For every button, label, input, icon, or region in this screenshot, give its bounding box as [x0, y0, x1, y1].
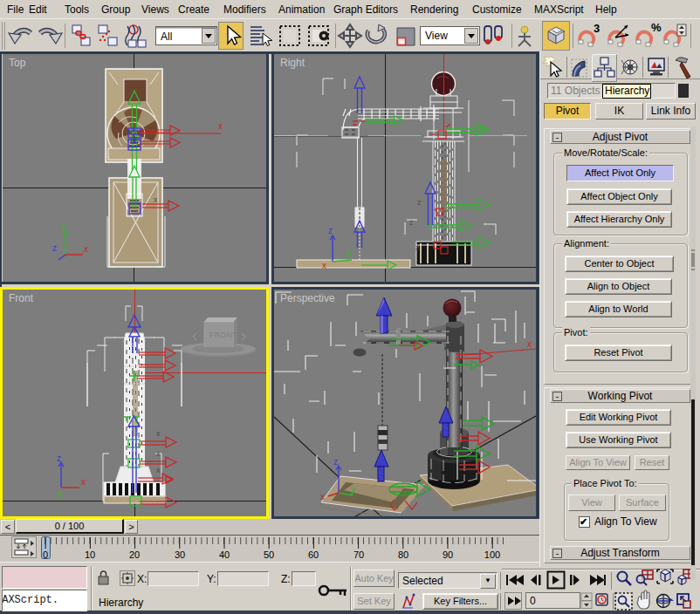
svg-text:%: % — [651, 21, 662, 34]
svg-text:10: 10 — [85, 549, 95, 560]
svg-text:3: 3 — [594, 22, 600, 35]
svg-text:x: x — [156, 449, 161, 458]
svg-text:y: y — [62, 222, 66, 231]
svg-text:70: 70 — [353, 549, 364, 560]
svg-text:x: x — [81, 477, 86, 487]
svg-text:z: z — [328, 226, 333, 235]
svg-text:y: y — [351, 485, 355, 495]
svg-text:x: x — [527, 339, 532, 349]
svg-text:x: x — [154, 195, 158, 204]
svg-text:40: 40 — [219, 549, 230, 560]
svg-text:x: x — [84, 244, 88, 254]
svg-text:80: 80 — [398, 549, 408, 560]
svg-text:0: 0 — [530, 595, 536, 607]
svg-text:All: All — [161, 31, 172, 43]
svg-text:30: 30 — [175, 549, 185, 560]
svg-text:z: z — [415, 243, 420, 252]
svg-text:x: x — [320, 492, 325, 501]
svg-text:x: x — [156, 466, 161, 474]
svg-text:60: 60 — [308, 549, 319, 560]
svg-text:y: y — [58, 489, 62, 499]
svg-text:z: z — [57, 454, 61, 463]
svg-text:x: x — [156, 429, 161, 438]
svg-text:100: 100 — [484, 549, 500, 560]
svg-text:z: z — [417, 198, 422, 207]
svg-text:90: 90 — [443, 549, 453, 560]
svg-text:0: 0 — [43, 549, 48, 560]
svg-text:x: x — [322, 261, 326, 270]
svg-text:50: 50 — [264, 549, 274, 560]
svg-text:x: x — [218, 121, 223, 131]
svg-text:20: 20 — [129, 549, 140, 560]
svg-text:y: y — [347, 248, 352, 257]
svg-text:View: View — [425, 30, 448, 42]
svg-text:z: z — [409, 218, 414, 227]
svg-text:FRONT: FRONT — [209, 331, 237, 339]
svg-text:z: z — [52, 243, 57, 253]
svg-text:z: z — [333, 457, 338, 467]
